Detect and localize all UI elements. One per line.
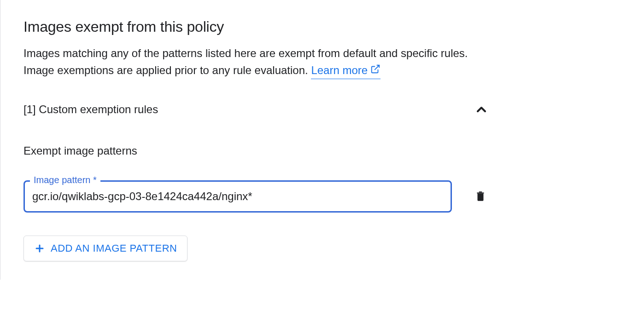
accordion-header[interactable]: [1] Custom exemption rules	[23, 102, 489, 117]
required-indicator: *	[93, 175, 97, 185]
external-link-icon	[370, 62, 381, 79]
input-label: Image pattern *	[30, 175, 100, 185]
input-wrapper: Image pattern *	[23, 180, 452, 213]
learn-more-link[interactable]: Learn more	[311, 62, 381, 79]
section-title: Images exempt from this policy	[23, 18, 621, 35]
input-row: Image pattern *	[23, 180, 512, 213]
accordion-title: [1] Custom exemption rules	[23, 103, 158, 116]
subsection-title: Exempt image patterns	[23, 144, 621, 157]
svg-line-0	[375, 65, 379, 70]
section-description: Images matching any of the patterns list…	[23, 45, 489, 79]
chevron-up-icon[interactable]	[474, 102, 489, 117]
learn-more-text: Learn more	[311, 62, 368, 79]
description-text: Images matching any of the patterns list…	[23, 47, 468, 76]
plus-icon	[34, 243, 45, 254]
label-text: Image pattern	[34, 175, 90, 185]
add-image-pattern-button[interactable]: ADD AN IMAGE PATTERN	[23, 236, 187, 261]
delete-button[interactable]	[473, 187, 488, 206]
trash-icon	[474, 189, 486, 204]
add-button-label: ADD AN IMAGE PATTERN	[51, 242, 177, 254]
